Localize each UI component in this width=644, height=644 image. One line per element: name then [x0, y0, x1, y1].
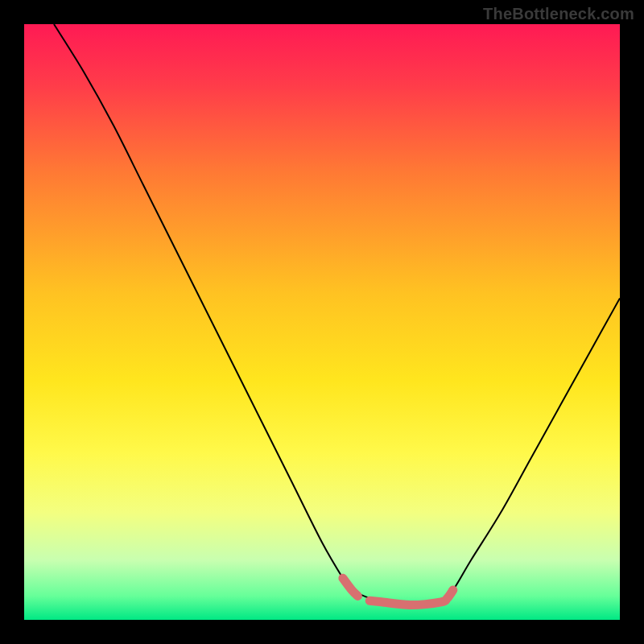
plot-area [24, 24, 620, 620]
watermark-text: TheBottleneck.com [483, 5, 634, 23]
chart-stage: TheBottleneck.com [0, 0, 644, 644]
chart-svg [24, 24, 620, 620]
gradient-background [24, 24, 620, 620]
